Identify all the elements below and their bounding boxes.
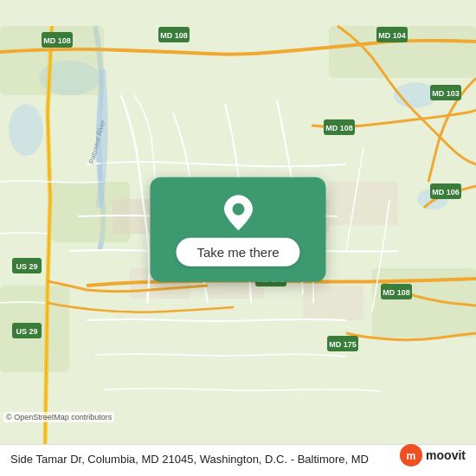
svg-rect-17 bbox=[329, 182, 398, 225]
address-text: Side Tamar Dr, Columbia, MD 21045, Washi… bbox=[10, 452, 466, 467]
moovit-icon: m bbox=[399, 443, 423, 467]
bottom-bar: Side Tamar Dr, Columbia, MD 21045, Washi… bbox=[0, 444, 476, 476]
svg-text:MD 175: MD 175 bbox=[329, 340, 357, 349]
svg-text:MD 103: MD 103 bbox=[432, 89, 460, 98]
moovit-text: moovit bbox=[426, 448, 466, 462]
map-popup: Take me there bbox=[150, 177, 325, 282]
svg-text:MD 106: MD 106 bbox=[432, 188, 460, 196]
osm-attribution: © OpenStreetMap contributors bbox=[3, 412, 114, 422]
svg-text:MD 108: MD 108 bbox=[160, 31, 188, 40]
svg-point-41 bbox=[232, 203, 244, 215]
svg-text:m: m bbox=[407, 450, 416, 462]
svg-rect-16 bbox=[303, 286, 363, 320]
svg-text:US 29: US 29 bbox=[16, 262, 37, 271]
svg-text:MD 108: MD 108 bbox=[383, 288, 410, 297]
svg-text:MD 108: MD 108 bbox=[43, 36, 71, 45]
svg-text:MD 108: MD 108 bbox=[325, 124, 353, 132]
map-container: MD 108 MD 108 MD 104 MD 103 MD 108 MD 10… bbox=[0, 0, 476, 476]
location-pin bbox=[222, 196, 254, 229]
svg-point-3 bbox=[9, 104, 43, 156]
take-me-there-button[interactable]: Take me there bbox=[176, 238, 299, 267]
moovit-logo: m moovit bbox=[399, 443, 466, 467]
svg-text:MD 104: MD 104 bbox=[378, 31, 406, 40]
svg-text:US 29: US 29 bbox=[16, 327, 37, 336]
